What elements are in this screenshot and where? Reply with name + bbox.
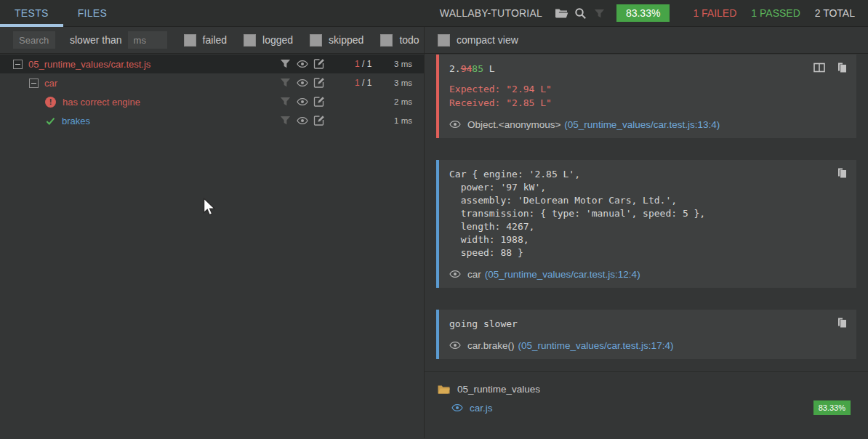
split-columns-icon[interactable] [813, 62, 825, 73]
pass-count: 1 / 1 [355, 59, 371, 69]
copy-icon[interactable] [836, 62, 848, 73]
row-filter-icon[interactable] [280, 77, 292, 89]
failed-filter-checkbox[interactable]: failed [184, 34, 227, 47]
search-input[interactable] [13, 31, 55, 49]
console-log-block-2: going slower car.brake() (05_runtime_val… [436, 310, 856, 359]
coverage-badge: 83.33% [616, 4, 670, 22]
error-block: 2.9485 L Expected: "2.94 L" Received: "2… [436, 55, 856, 138]
checkbox-icon[interactable] [244, 34, 256, 47]
check-icon [45, 116, 56, 126]
error-icon: ! [45, 97, 56, 108]
suite-label: car [44, 78, 57, 89]
todo-filter-checkbox[interactable]: todo [380, 34, 419, 47]
log-location: car.brake() (05_runtime_values/car.test.… [449, 339, 846, 351]
test-label: brakes [62, 116, 90, 126]
inspector-panel: 2.9485 L Expected: "2.94 L" Received: "2… [425, 54, 868, 438]
log-line: transmission: { type: 'manual', speed: 5… [449, 207, 846, 220]
compact-view-checkbox[interactable]: compact view [438, 34, 518, 47]
row-filter-icon[interactable] [280, 58, 292, 70]
coverage-file-link[interactable]: car.js [470, 403, 493, 414]
skipped-filter-checkbox[interactable]: skipped [310, 34, 363, 47]
header-right: WALLABY-TUTORIAL 83.33% 1 FAILED 1 PASSE… [440, 0, 868, 26]
tab-files[interactable]: FILES [63, 0, 121, 26]
test-row-failed[interactable]: ! has correct engine 2 ms [0, 92, 424, 111]
copy-icon[interactable] [836, 317, 848, 329]
file-coverage-badge: 83.33% [813, 400, 851, 415]
log-line: Car { engine: '2.85 L', [449, 168, 846, 181]
checkbox-icon[interactable] [310, 34, 322, 47]
passed-count: 1 PASSED [751, 7, 800, 19]
open-folder-icon[interactable] [552, 4, 571, 23]
row-edit-icon[interactable] [313, 96, 325, 108]
row-eye-icon[interactable] [297, 77, 308, 89]
row-filter-icon[interactable] [280, 96, 292, 108]
eye-icon[interactable] [449, 118, 461, 130]
copy-icon[interactable] [836, 167, 848, 179]
diff-added: 85 [472, 63, 483, 74]
filter-bar-right: compact view [425, 27, 868, 53]
folder-icon [438, 384, 450, 395]
eye-icon[interactable] [449, 339, 461, 351]
row-eye-icon[interactable] [297, 58, 308, 70]
log-source-label: car [467, 269, 481, 280]
diff-line: 2.9485 L [449, 63, 846, 76]
checkbox-icon[interactable] [184, 34, 196, 47]
row-edit-icon[interactable] [313, 77, 325, 89]
coverage-file-row[interactable]: car.js 83.33% [436, 402, 856, 414]
filter-icon[interactable] [590, 4, 609, 23]
pass-count: 1 / 1 [355, 78, 371, 88]
filter-bar-left: slower than failed logged skipped todo [0, 27, 425, 53]
expected-line: Expected: "2.94 L" [449, 82, 846, 96]
test-file-label: 05_runtime_values/car.test.js [28, 59, 150, 70]
test-tree-panel: 05_runtime_values/car.test.js 1 / 1 3 ms… [0, 54, 425, 438]
test-label: has correct engine [63, 97, 140, 108]
failed-count: 1 FAILED [693, 7, 736, 19]
coverage-folder-row[interactable]: 05_runtime_values [436, 384, 856, 395]
stack-frame-label: Object.<anonymous> [467, 119, 560, 130]
eye-icon[interactable] [451, 402, 463, 414]
row-eye-icon[interactable] [297, 96, 308, 108]
checkbox-icon[interactable] [380, 34, 393, 47]
stack-frame-link[interactable]: (05_runtime_values/car.test.js:13:4) [564, 119, 720, 130]
log-line: going slower [449, 318, 846, 331]
app-header: TESTS FILES WALLABY-TUTORIAL 83.33% 1 FA… [0, 0, 868, 27]
log-line: length: 4267, [449, 220, 846, 233]
collapse-icon[interactable] [29, 78, 39, 88]
tab-tests[interactable]: TESTS [0, 0, 63, 26]
diff-removed: 94 [461, 63, 473, 74]
test-row-suite[interactable]: car 1 / 1 3 ms [0, 73, 424, 92]
test-time: 3 ms [394, 60, 412, 68]
row-eye-icon[interactable] [297, 115, 308, 126]
test-time: 2 ms [394, 97, 412, 106]
log-line: width: 1988, [449, 233, 846, 246]
row-filter-icon[interactable] [280, 115, 292, 126]
error-location: Object.<anonymous> (05_runtime_values/ca… [449, 118, 846, 130]
total-count: 2 TOTAL [815, 7, 855, 19]
log-source-link[interactable]: (05_runtime_values/car.test.js:17:4) [518, 340, 674, 351]
logged-filter-checkbox[interactable]: logged [244, 34, 293, 47]
log-location: car (05_runtime_values/car.test.js:12:4) [449, 268, 846, 280]
search-icon[interactable] [571, 4, 590, 23]
project-name: WALLABY-TUTORIAL [440, 7, 542, 19]
log-line: speed: 88 } [449, 246, 846, 259]
row-edit-icon[interactable] [313, 115, 325, 126]
collapse-icon[interactable] [13, 60, 23, 69]
test-row-file[interactable]: 05_runtime_values/car.test.js 1 / 1 3 ms [0, 55, 424, 73]
log-source-link[interactable]: (05_runtime_values/car.test.js:12:4) [485, 269, 640, 280]
checkbox-icon[interactable] [438, 34, 450, 47]
slower-than-label: slower than [70, 34, 122, 46]
coverage-section: 05_runtime_values car.js 83.33% [436, 372, 856, 414]
filter-bar: slower than failed logged skipped todo c… [0, 27, 868, 54]
row-edit-icon[interactable] [313, 58, 325, 70]
coverage-folder-label: 05_runtime_values [457, 384, 540, 395]
log-line: assembly: 'DeLorean Motor Cars, Ltd.', [449, 194, 846, 207]
log-line: power: '97 kW', [449, 181, 846, 194]
ms-input[interactable] [128, 31, 167, 49]
test-time: 1 ms [394, 116, 412, 125]
test-row-passed[interactable]: brakes 1 ms [0, 111, 424, 130]
received-line: Received: "2.85 L" [449, 96, 846, 110]
console-log-block: Car { engine: '2.85 L', power: '97 kW', … [436, 160, 856, 288]
eye-icon[interactable] [449, 268, 461, 280]
log-source-label: car.brake() [467, 340, 515, 351]
test-time: 3 ms [394, 78, 412, 87]
